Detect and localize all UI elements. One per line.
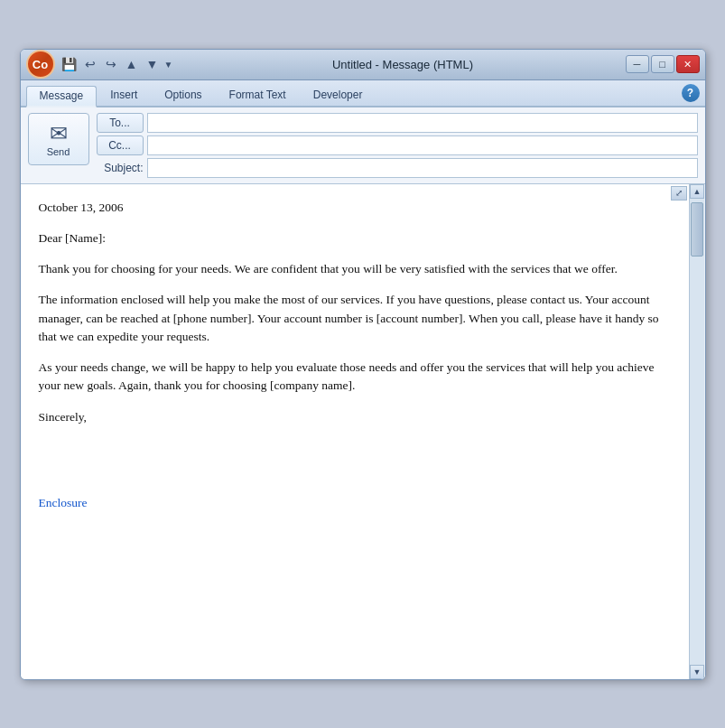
to-row: To... [97, 113, 698, 133]
outlook-window: Co 💾 ↩ ↪ ▲ ▼ ▼ Untitled - Message (HTML)… [20, 49, 706, 680]
save-button[interactable]: 💾 [60, 55, 79, 73]
email-para2: The information enclosed will help you m… [39, 291, 671, 346]
window-title: Untitled - Message (HTML) [180, 58, 625, 71]
scroll-track [690, 199, 704, 665]
email-para1: Thank you for choosing for your needs. W… [39, 260, 671, 278]
scroll-down-button[interactable]: ▼ [690, 665, 704, 679]
up-arrow-button[interactable]: ▲ [123, 55, 141, 73]
tab-format-text[interactable]: Format Text [216, 84, 300, 106]
cc-button[interactable]: Cc... [97, 135, 144, 155]
to-input[interactable] [147, 113, 698, 133]
cc-row: Cc... [97, 135, 698, 155]
send-label: Send [47, 146, 70, 157]
minimize-button[interactable]: ─ [626, 55, 649, 73]
email-date: October 13, 2006 [39, 199, 671, 217]
help-button[interactable]: ? [682, 84, 700, 102]
window-controls: ─ □ ✕ [626, 55, 700, 73]
tab-options[interactable]: Options [151, 84, 215, 106]
email-closing: Sincerely, [39, 408, 671, 426]
scroll-thumb[interactable] [691, 202, 703, 257]
email-greeting: Dear [Name]: [39, 229, 671, 247]
redo-button[interactable]: ↪ [102, 55, 120, 73]
quick-access-toolbar: 💾 ↩ ↪ ▲ ▼ ▼ [60, 55, 173, 73]
customize-icon[interactable]: ▼ [164, 60, 173, 70]
subject-row: Subject: [97, 158, 698, 178]
down-arrow-button[interactable]: ▼ [144, 55, 162, 73]
undo-button[interactable]: ↩ [81, 55, 99, 73]
subject-label: Subject: [97, 162, 144, 174]
maximize-button[interactable]: □ [651, 55, 674, 73]
body-area: ⤢ October 13, 2006 Dear [Name]: Thank yo… [21, 184, 705, 679]
scrollbar: ▲ ▼ [689, 184, 705, 679]
office-button[interactable]: Co [26, 50, 55, 79]
fields-area: To... Cc... Subject: [97, 113, 698, 178]
scroll-up-button[interactable]: ▲ [690, 184, 704, 199]
send-icon: ✉ [50, 121, 68, 146]
to-button[interactable]: To... [97, 113, 144, 133]
cc-input[interactable] [147, 135, 698, 155]
close-button[interactable]: ✕ [676, 55, 700, 73]
email-body[interactable]: October 13, 2006 Dear [Name]: Thank you … [21, 184, 689, 679]
title-bar: Co 💾 ↩ ↪ ▲ ▼ ▼ Untitled - Message (HTML)… [21, 50, 705, 80]
email-para3: As your needs change, we will be happy t… [39, 359, 671, 396]
tab-message[interactable]: Message [26, 86, 98, 107]
expand-icon[interactable]: ⤢ [671, 186, 687, 201]
subject-input[interactable] [147, 158, 698, 178]
send-button[interactable]: ✉ Send [28, 113, 89, 165]
tab-developer[interactable]: Developer [300, 84, 376, 106]
enclosure-link[interactable]: Enclosure [39, 496, 88, 509]
ribbon-tabs: Message Insert Options Format Text Devel… [21, 80, 705, 107]
office-icon: Co [33, 58, 48, 71]
tab-insert[interactable]: Insert [97, 84, 151, 106]
email-form: ✉ Send To... Cc... Subject: [21, 107, 705, 184]
